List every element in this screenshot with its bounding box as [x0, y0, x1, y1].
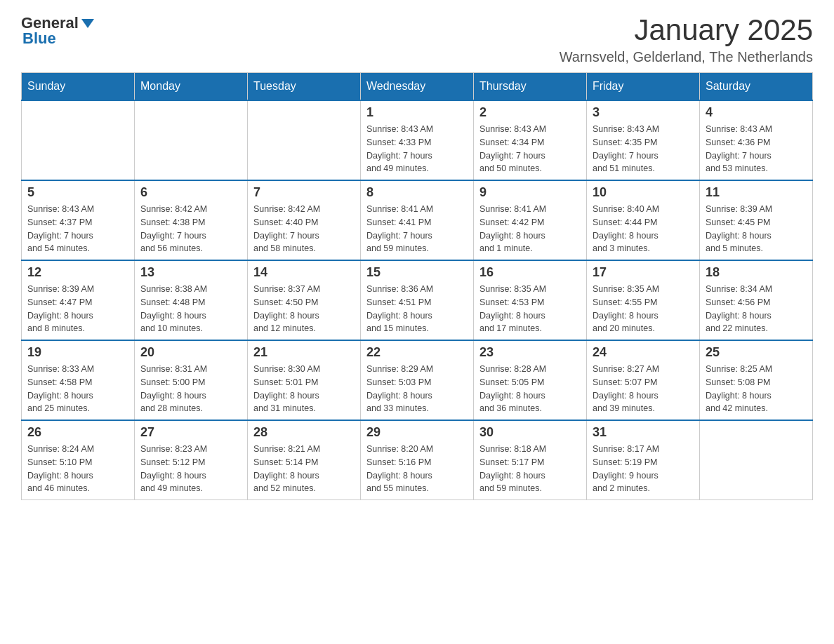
- day-info: Sunrise: 8:24 AM Sunset: 5:10 PM Dayligh…: [27, 443, 128, 495]
- calendar-cell: 19Sunrise: 8:33 AM Sunset: 4:58 PM Dayli…: [22, 340, 135, 420]
- weekday-header-monday: Monday: [135, 73, 248, 101]
- logo: General Blue: [21, 14, 94, 48]
- day-number: 2: [479, 105, 581, 120]
- calendar-table: SundayMondayTuesdayWednesdayThursdayFrid…: [21, 72, 813, 500]
- day-number: 19: [27, 345, 128, 360]
- calendar-cell: 7Sunrise: 8:42 AM Sunset: 4:40 PM Daylig…: [248, 180, 361, 260]
- day-number: 11: [706, 185, 807, 200]
- calendar-cell: 20Sunrise: 8:31 AM Sunset: 5:00 PM Dayli…: [135, 340, 248, 420]
- day-number: 16: [479, 265, 581, 280]
- calendar-cell: [248, 100, 361, 180]
- weekday-header-sunday: Sunday: [22, 73, 135, 101]
- calendar-cell: 15Sunrise: 8:36 AM Sunset: 4:51 PM Dayli…: [361, 260, 474, 340]
- day-info: Sunrise: 8:34 AM Sunset: 4:56 PM Dayligh…: [706, 283, 807, 335]
- day-number: 3: [593, 105, 694, 120]
- day-number: 15: [366, 265, 468, 280]
- calendar-cell: 8Sunrise: 8:41 AM Sunset: 4:41 PM Daylig…: [361, 180, 474, 260]
- day-number: 8: [366, 185, 468, 200]
- weekday-header-friday: Friday: [587, 73, 700, 101]
- day-info: Sunrise: 8:35 AM Sunset: 4:55 PM Dayligh…: [593, 283, 694, 335]
- calendar-cell: 10Sunrise: 8:40 AM Sunset: 4:44 PM Dayli…: [587, 180, 700, 260]
- day-info: Sunrise: 8:29 AM Sunset: 5:03 PM Dayligh…: [366, 363, 468, 415]
- day-info: Sunrise: 8:25 AM Sunset: 5:08 PM Dayligh…: [706, 363, 807, 415]
- week-row-5: 26Sunrise: 8:24 AM Sunset: 5:10 PM Dayli…: [22, 420, 813, 500]
- calendar-cell: [22, 100, 135, 180]
- calendar-cell: 23Sunrise: 8:28 AM Sunset: 5:05 PM Dayli…: [474, 340, 587, 420]
- day-number: 26: [27, 425, 128, 440]
- calendar-cell: 6Sunrise: 8:42 AM Sunset: 4:38 PM Daylig…: [135, 180, 248, 260]
- day-number: 28: [253, 425, 355, 440]
- day-number: 21: [253, 345, 355, 360]
- calendar-cell: 13Sunrise: 8:38 AM Sunset: 4:48 PM Dayli…: [135, 260, 248, 340]
- week-row-4: 19Sunrise: 8:33 AM Sunset: 4:58 PM Dayli…: [22, 340, 813, 420]
- day-info: Sunrise: 8:41 AM Sunset: 4:42 PM Dayligh…: [479, 203, 581, 255]
- calendar-cell: 2Sunrise: 8:43 AM Sunset: 4:34 PM Daylig…: [474, 100, 587, 180]
- day-info: Sunrise: 8:21 AM Sunset: 5:14 PM Dayligh…: [253, 443, 355, 495]
- calendar-cell: 14Sunrise: 8:37 AM Sunset: 4:50 PM Dayli…: [248, 260, 361, 340]
- calendar-cell: 21Sunrise: 8:30 AM Sunset: 5:01 PM Dayli…: [248, 340, 361, 420]
- day-info: Sunrise: 8:30 AM Sunset: 5:01 PM Dayligh…: [253, 363, 355, 415]
- day-info: Sunrise: 8:20 AM Sunset: 5:16 PM Dayligh…: [366, 443, 468, 495]
- title-section: January 2025 Warnsveld, Gelderland, The …: [560, 14, 813, 65]
- logo-text-blue: Blue: [22, 29, 56, 48]
- day-number: 30: [479, 425, 581, 440]
- calendar-cell: 3Sunrise: 8:43 AM Sunset: 4:35 PM Daylig…: [587, 100, 700, 180]
- page-header: General Blue January 2025 Warnsveld, Gel…: [21, 14, 813, 65]
- calendar-cell: 18Sunrise: 8:34 AM Sunset: 4:56 PM Dayli…: [700, 260, 813, 340]
- calendar-cell: 31Sunrise: 8:17 AM Sunset: 5:19 PM Dayli…: [587, 420, 700, 500]
- calendar-cell: 24Sunrise: 8:27 AM Sunset: 5:07 PM Dayli…: [587, 340, 700, 420]
- logo-arrow-icon: [81, 19, 94, 28]
- calendar-cell: 1Sunrise: 8:43 AM Sunset: 4:33 PM Daylig…: [361, 100, 474, 180]
- weekday-header-wednesday: Wednesday: [361, 73, 474, 101]
- day-number: 27: [140, 425, 241, 440]
- day-info: Sunrise: 8:35 AM Sunset: 4:53 PM Dayligh…: [479, 283, 581, 335]
- day-info: Sunrise: 8:39 AM Sunset: 4:47 PM Dayligh…: [27, 283, 128, 335]
- day-number: 6: [140, 185, 241, 200]
- day-number: 25: [706, 345, 807, 360]
- day-number: 23: [479, 345, 581, 360]
- week-row-3: 12Sunrise: 8:39 AM Sunset: 4:47 PM Dayli…: [22, 260, 813, 340]
- day-number: 29: [366, 425, 468, 440]
- day-info: Sunrise: 8:39 AM Sunset: 4:45 PM Dayligh…: [706, 203, 807, 255]
- calendar-cell: 5Sunrise: 8:43 AM Sunset: 4:37 PM Daylig…: [22, 180, 135, 260]
- day-info: Sunrise: 8:33 AM Sunset: 4:58 PM Dayligh…: [27, 363, 128, 415]
- calendar-cell: 28Sunrise: 8:21 AM Sunset: 5:14 PM Dayli…: [248, 420, 361, 500]
- calendar-cell: 16Sunrise: 8:35 AM Sunset: 4:53 PM Dayli…: [474, 260, 587, 340]
- calendar-cell: 17Sunrise: 8:35 AM Sunset: 4:55 PM Dayli…: [587, 260, 700, 340]
- day-info: Sunrise: 8:18 AM Sunset: 5:17 PM Dayligh…: [479, 443, 581, 495]
- weekday-header-tuesday: Tuesday: [248, 73, 361, 101]
- day-info: Sunrise: 8:42 AM Sunset: 4:38 PM Dayligh…: [140, 203, 241, 255]
- logo-content: General Blue: [21, 14, 94, 48]
- day-number: 1: [366, 105, 468, 120]
- day-info: Sunrise: 8:23 AM Sunset: 5:12 PM Dayligh…: [140, 443, 241, 495]
- month-title: January 2025: [560, 14, 813, 46]
- day-number: 9: [479, 185, 581, 200]
- day-info: Sunrise: 8:28 AM Sunset: 5:05 PM Dayligh…: [479, 363, 581, 415]
- day-number: 4: [706, 105, 807, 120]
- day-info: Sunrise: 8:27 AM Sunset: 5:07 PM Dayligh…: [593, 363, 694, 415]
- day-number: 24: [593, 345, 694, 360]
- day-number: 5: [27, 185, 128, 200]
- day-info: Sunrise: 8:42 AM Sunset: 4:40 PM Dayligh…: [253, 203, 355, 255]
- day-number: 20: [140, 345, 241, 360]
- day-number: 31: [593, 425, 694, 440]
- weekday-header-thursday: Thursday: [474, 73, 587, 101]
- day-number: 14: [253, 265, 355, 280]
- day-number: 12: [27, 265, 128, 280]
- day-number: 18: [706, 265, 807, 280]
- day-info: Sunrise: 8:17 AM Sunset: 5:19 PM Dayligh…: [593, 443, 694, 495]
- calendar-cell: 22Sunrise: 8:29 AM Sunset: 5:03 PM Dayli…: [361, 340, 474, 420]
- day-number: 17: [593, 265, 694, 280]
- day-info: Sunrise: 8:43 AM Sunset: 4:33 PM Dayligh…: [366, 123, 468, 175]
- calendar-cell: 30Sunrise: 8:18 AM Sunset: 5:17 PM Dayli…: [474, 420, 587, 500]
- calendar-cell: 27Sunrise: 8:23 AM Sunset: 5:12 PM Dayli…: [135, 420, 248, 500]
- day-number: 13: [140, 265, 241, 280]
- calendar-cell: 25Sunrise: 8:25 AM Sunset: 5:08 PM Dayli…: [700, 340, 813, 420]
- day-info: Sunrise: 8:36 AM Sunset: 4:51 PM Dayligh…: [366, 283, 468, 335]
- day-info: Sunrise: 8:43 AM Sunset: 4:36 PM Dayligh…: [706, 123, 807, 175]
- calendar-cell: 9Sunrise: 8:41 AM Sunset: 4:42 PM Daylig…: [474, 180, 587, 260]
- calendar-header-row: SundayMondayTuesdayWednesdayThursdayFrid…: [22, 73, 813, 101]
- day-info: Sunrise: 8:43 AM Sunset: 4:35 PM Dayligh…: [593, 123, 694, 175]
- day-number: 7: [253, 185, 355, 200]
- day-info: Sunrise: 8:31 AM Sunset: 5:00 PM Dayligh…: [140, 363, 241, 415]
